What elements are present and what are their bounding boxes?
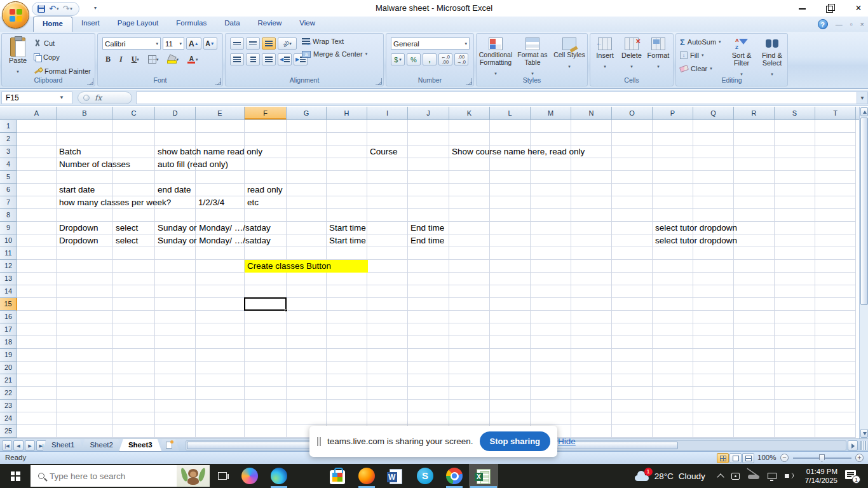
cell-E7[interactable]: 1/2/3/4 [196, 196, 224, 209]
task-view-button[interactable] [210, 464, 235, 488]
scroll-up-button[interactable] [860, 107, 868, 116]
formula-input[interactable] [136, 92, 857, 104]
orientation-button[interactable]: ab▾ [278, 37, 297, 50]
row-header-12[interactable]: 12 [0, 260, 17, 273]
increase-font-button[interactable]: A▲ [186, 37, 201, 50]
column-header-D[interactable]: D [155, 107, 196, 119]
cell-K3[interactable]: Show course name here, read only [449, 146, 585, 158]
cell-H9[interactable]: Start time [327, 222, 366, 234]
cell-C10[interactable]: select [113, 234, 138, 247]
top-align-button[interactable] [230, 37, 244, 50]
italic-button[interactable]: I [116, 53, 126, 65]
column-header-H[interactable]: H [327, 107, 367, 119]
cell-F7[interactable]: etc [245, 196, 259, 209]
autosum-button[interactable]: ΣAutoSum▾ [680, 37, 721, 47]
row-header-14[interactable]: 14 [0, 285, 17, 298]
selected-cell-F15[interactable] [244, 297, 287, 311]
fill-button[interactable]: ↓Fill▾ [680, 50, 721, 60]
format-as-table-button[interactable]: Format as Table▾ [515, 36, 550, 77]
hidden-icons-chevron[interactable] [717, 473, 724, 480]
cell-J9[interactable]: End time [408, 222, 444, 234]
help-button[interactable]: ? [818, 19, 828, 29]
cell-B6[interactable]: start date [57, 184, 95, 196]
tab-insert[interactable]: Insert [72, 17, 109, 32]
cell-grid[interactable]: Batchshow batch name read onlyCourseShow… [17, 120, 856, 438]
page-break-view-button[interactable] [742, 453, 754, 463]
insert-worksheet-tab[interactable] [158, 439, 180, 452]
office-button[interactable] [2, 1, 29, 29]
taskbar-app-firefox[interactable] [352, 464, 381, 488]
tab-review[interactable]: Review [249, 17, 291, 32]
copy-button[interactable]: Copy [34, 51, 91, 62]
decrease-decimal-button[interactable]: .00→.0 [454, 53, 468, 65]
vertical-scrollbar[interactable] [859, 107, 868, 438]
volume-icon[interactable] [785, 472, 794, 480]
prev-sheet-button[interactable]: ◀ [13, 440, 24, 451]
percent-button[interactable]: % [407, 53, 421, 65]
column-header-O[interactable]: O [612, 107, 653, 119]
network-icon[interactable] [768, 473, 776, 479]
font-dialog-launcher[interactable] [215, 78, 221, 85]
decrease-indent-button[interactable]: ◀ [278, 53, 292, 65]
cell-P10[interactable]: select tutor dropdown [653, 234, 737, 247]
restore-button[interactable] [826, 4, 835, 13]
clipboard-dialog-launcher[interactable] [87, 78, 93, 85]
column-header-N[interactable]: N [571, 107, 612, 119]
font-color-button[interactable]: A▾ [184, 54, 201, 65]
row-header-6[interactable]: 6 [0, 184, 17, 196]
decrease-font-button[interactable]: A▼ [203, 37, 217, 50]
column-header-A[interactable]: A [17, 107, 57, 119]
start-button[interactable] [0, 464, 31, 488]
cell-B10[interactable]: Dropdown [57, 234, 98, 247]
workbook-minimize-button[interactable]: — [836, 20, 843, 28]
align-left-button[interactable] [230, 53, 244, 65]
row-header-4[interactable]: 4 [0, 158, 17, 171]
cell-D3[interactable]: show batch name read only [155, 146, 262, 158]
close-button[interactable]: × [854, 4, 863, 13]
number-format-combo[interactable]: General▾ [391, 37, 470, 50]
drag-handle-icon[interactable] [317, 437, 321, 446]
column-header-P[interactable]: P [653, 107, 693, 119]
cell-B3[interactable]: Batch [57, 146, 81, 158]
conditional-formatting-button[interactable]: Conditional Formatting▾ [478, 36, 513, 77]
cell-H10[interactable]: Start time [327, 234, 366, 247]
taskbar-app-word[interactable] [381, 464, 410, 488]
row-header-2[interactable]: 2 [0, 133, 17, 146]
row-header-9[interactable]: 9 [0, 222, 17, 234]
column-header-B[interactable]: B [57, 107, 113, 119]
row-header-21[interactable]: 21 [0, 374, 17, 387]
row-header-25[interactable]: 25 [0, 425, 17, 438]
column-header-E[interactable]: E [196, 107, 245, 119]
taskbar-search[interactable] [31, 465, 210, 487]
underline-button[interactable]: U▾ [128, 53, 142, 65]
tab-view[interactable]: View [290, 17, 324, 32]
name-box-caret-icon[interactable]: ▼ [59, 95, 64, 100]
taskbar-app-excel[interactable] [469, 464, 498, 488]
monkey-image[interactable] [177, 465, 210, 487]
increase-decimal-button[interactable]: ←.0.00 [438, 53, 452, 65]
row-header-16[interactable]: 16 [0, 311, 17, 323]
row-header-17[interactable]: 17 [0, 323, 17, 336]
search-input[interactable] [50, 471, 151, 481]
wrap-text-button[interactable]: Wrap Text [302, 37, 367, 45]
tab-formulas[interactable]: Formulas [167, 17, 215, 32]
row-header-5[interactable]: 5 [0, 171, 17, 184]
column-header-T[interactable]: T [815, 107, 856, 119]
row-header-7[interactable]: 7 [0, 196, 17, 209]
cell-styles-button[interactable]: Cell Styles▾ [552, 36, 587, 77]
cell-P9[interactable]: select tutor dropdown [653, 222, 737, 234]
column-header-R[interactable]: R [734, 107, 775, 119]
taskbar-app-skype[interactable] [410, 464, 440, 488]
column-header-C[interactable]: C [113, 107, 155, 119]
bottom-align-button[interactable] [262, 37, 276, 50]
paste-button[interactable]: Paste ▾ [5, 36, 31, 77]
row-header-1[interactable]: 1 [0, 120, 17, 133]
taskbar-app-store[interactable] [323, 464, 352, 488]
row-header-8[interactable]: 8 [0, 209, 17, 222]
cell-B7[interactable]: how many classes per week? [57, 196, 171, 209]
cut-button[interactable]: Cut [34, 37, 91, 48]
sheet-tab-sheet2[interactable]: Sheet2 [80, 439, 122, 452]
scroll-right-button[interactable] [848, 440, 858, 451]
sheet-tab-sheet1[interactable]: Sheet1 [42, 439, 84, 452]
comma-button[interactable]: , [423, 53, 437, 65]
